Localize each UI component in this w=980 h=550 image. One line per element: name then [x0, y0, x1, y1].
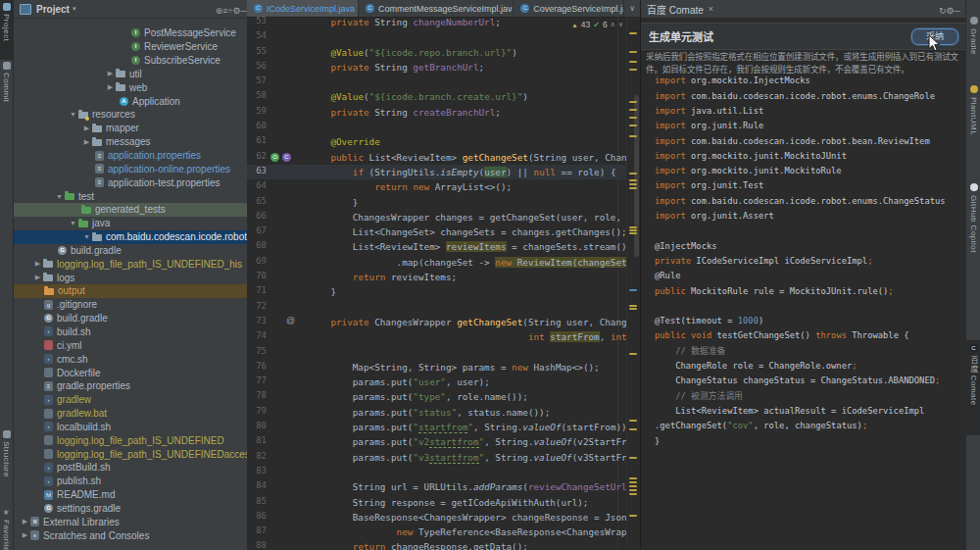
chevron-down-icon[interactable]: ▼	[68, 111, 78, 118]
code-line[interactable]: 62OC public List<ReviewItem> getChangeSe…	[247, 150, 627, 165]
code-line[interactable]: 78 params.put("type", role.name());	[247, 389, 627, 404]
line-number[interactable]: 56	[247, 61, 267, 71]
code-line[interactable]: 81 params.put("v2startfrom", String.valu…	[247, 434, 627, 449]
warning-stripe-mark[interactable]	[629, 117, 637, 119]
code-line[interactable]: 83	[247, 465, 627, 479]
activity-item-copilot[interactable]: GitHub Copilot	[966, 179, 980, 293]
activity-item-plantuml[interactable]: PlantUML	[966, 81, 980, 150]
code-line[interactable]: 80 params.put("startfrom", String.valueO…	[247, 420, 627, 434]
tree-item[interactable]: IPostMessageService	[14, 26, 247, 40]
line-number[interactable]: 81	[247, 435, 267, 445]
warning-stripe-mark[interactable]	[629, 485, 637, 487]
line-number[interactable]: 88	[247, 540, 267, 550]
code-line[interactable]: 57	[247, 75, 627, 89]
tree-item[interactable]: logging.log_file_path_IS_UNDEFINED	[14, 433, 247, 447]
tree-item[interactable]: ≡application-test.properties	[14, 175, 247, 189]
line-number[interactable]: 59	[247, 106, 267, 116]
tree-item[interactable]: ▼resources	[14, 108, 247, 122]
tree-item[interactable]: ›build.sh	[14, 325, 247, 339]
line-number[interactable]: 65	[247, 196, 267, 206]
code-line[interactable]: 82 params.put("v3startfrom", String.valu…	[247, 450, 627, 465]
line-number[interactable]: 79	[247, 406, 267, 416]
tree-item[interactable]: ▼com.baidu.codescan.icode.robot.s	[14, 230, 247, 244]
tree-item[interactable]: ›localbuild.sh	[14, 420, 247, 433]
activity-item-comate[interactable]: C百度 Comate	[966, 340, 980, 435]
tree-item[interactable]: ≡gradle.properties	[14, 379, 247, 393]
line-number[interactable]: 85	[247, 496, 267, 506]
line-number[interactable]: 61	[247, 135, 267, 145]
editor-tab-2[interactable]: CCommentMessageServiceImpl.java×	[359, 0, 514, 17]
line-number[interactable]: 70	[247, 271, 267, 280]
chevron-down-icon[interactable]: ▾	[73, 5, 76, 13]
line-number[interactable]: 83	[247, 466, 267, 475]
activity-item-structure[interactable]: Structure	[0, 427, 13, 485]
chevron-down-icon[interactable]: ▼	[68, 220, 78, 226]
warning-stripe-mark[interactable]	[629, 232, 637, 234]
tree-item[interactable]: ISubscribeService	[14, 54, 247, 68]
line-number[interactable]: 60	[247, 121, 267, 130]
tree-item[interactable]: ci.yml	[14, 338, 247, 352]
warning-stripe-mark[interactable]	[629, 51, 637, 53]
inspection-widget[interactable]: ▲ 43 ✔ 6 ∧ ∨	[571, 20, 623, 29]
code-line[interactable]: 73@ private ChangesWrapper getChangeSet(…	[247, 315, 627, 329]
line-number[interactable]: 66	[247, 211, 267, 221]
warning-stripe-mark[interactable]	[629, 515, 637, 517]
hide-icon[interactable]: ─	[241, 6, 247, 16]
chevron-right-icon[interactable]: ▶	[105, 83, 116, 91]
activity-item-gradle[interactable]: Gradle	[966, 13, 980, 68]
line-number[interactable]: 68	[247, 240, 267, 250]
settings-icon[interactable]: ⚙	[233, 6, 241, 16]
warning-stripe-mark[interactable]	[629, 428, 637, 430]
line-number[interactable]: 57	[247, 75, 267, 85]
code-line[interactable]: 74 int startFrom, int v2StartFrom,	[247, 329, 627, 344]
code-line[interactable]: 64 return new ArrayList<>();	[247, 179, 627, 194]
warning-stripe-mark[interactable]	[629, 229, 637, 231]
tree-item[interactable]: ≡application-online.properties	[14, 162, 247, 175]
warning-stripe-mark[interactable]	[629, 125, 637, 126]
activity-item-favorites[interactable]: ★Favorites	[0, 506, 13, 550]
tree-item[interactable]: ›cmc.sh	[14, 352, 247, 366]
line-number[interactable]: 84	[247, 480, 267, 490]
line-number[interactable]: 71	[247, 285, 267, 295]
code-line[interactable]: 53 private String changeNumberUrl;	[247, 17, 627, 29]
project-panel-title[interactable]: Project	[36, 4, 70, 15]
code-line[interactable]: 61 @Override	[247, 134, 627, 149]
tree-item[interactable]: ▶web	[14, 80, 247, 94]
tree-item[interactable]: ▶logging.log_file_path_IS_UNDEFINED_his	[14, 257, 247, 271]
tree-item[interactable]: ▼java	[14, 217, 247, 230]
code-line[interactable]: 70 return reviewItems;	[247, 270, 627, 284]
code-line[interactable]: 56 private String getBranchUrl;	[247, 60, 627, 75]
code-line[interactable]: 55 @Value("${icode.repo.branch.url}")	[247, 45, 627, 60]
tree-item[interactable]: output	[14, 284, 247, 298]
next-problem-icon[interactable]: ∨	[618, 21, 623, 28]
tree-item[interactable]: ▶mapper	[14, 122, 247, 135]
code-line[interactable]: 86 BaseResponse<ChangesWrapper> changeRe…	[247, 510, 627, 525]
chevron-right-icon[interactable]: ▶	[32, 274, 43, 281]
line-number[interactable]: 82	[247, 451, 267, 461]
warning-stripe-mark[interactable]	[629, 61, 637, 63]
override-icon[interactable]: O	[270, 153, 279, 162]
warning-stripe-mark[interactable]	[629, 69, 637, 71]
line-number[interactable]: 64	[247, 180, 267, 190]
line-number[interactable]: 87	[247, 525, 267, 535]
warning-stripe-mark[interactable]	[629, 32, 637, 34]
editor-tab-1[interactable]: CICodeServiceImpl.java×	[247, 0, 359, 17]
line-number[interactable]: 73	[247, 316, 267, 325]
line-number[interactable]: 77	[247, 375, 267, 385]
line-number[interactable]: 80	[247, 421, 267, 430]
line-number[interactable]: 75	[247, 346, 267, 356]
line-number[interactable]: 54	[247, 30, 267, 40]
line-number[interactable]: 58	[247, 90, 267, 100]
code-line[interactable]: 87 new TypeReference<BaseResponse<Change…	[247, 525, 627, 539]
info-stripe-mark[interactable]	[629, 289, 637, 291]
chevron-right-icon[interactable]: ▶	[20, 531, 30, 539]
tree-item[interactable]: ▶sScratches and Consoles	[14, 528, 247, 542]
line-number[interactable]: 69	[247, 256, 267, 266]
code-line[interactable]: 71 }	[247, 284, 627, 299]
warning-stripe-mark[interactable]	[629, 109, 637, 111]
chevron-down-icon[interactable]: ▼	[81, 233, 92, 240]
activity-item-commit[interactable]: Commit	[0, 59, 13, 117]
warning-stripe-mark[interactable]	[629, 179, 637, 181]
line-number[interactable]: 86	[247, 511, 267, 521]
comate-code[interactable]: import org.mockito.InjectMocksimport com…	[648, 0, 966, 550]
